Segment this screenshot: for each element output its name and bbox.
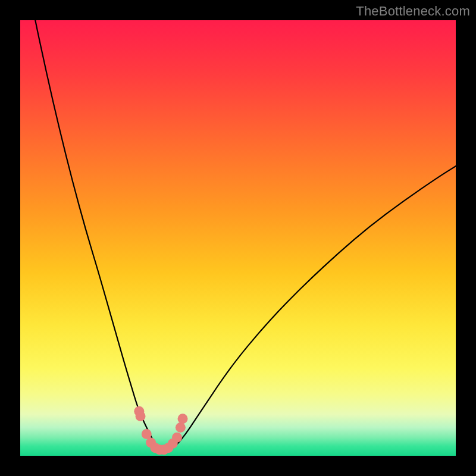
chart-svg (20, 20, 456, 456)
data-marker (136, 411, 146, 421)
data-marker (178, 414, 188, 424)
watermark-label: TheBottleneck.com (356, 4, 470, 19)
data-marker (176, 422, 186, 433)
data-marker (142, 429, 152, 439)
data-marker (172, 433, 182, 443)
gradient-background (20, 20, 456, 456)
plot-area (20, 20, 456, 456)
outer-frame: TheBottleneck.com (0, 0, 476, 476)
